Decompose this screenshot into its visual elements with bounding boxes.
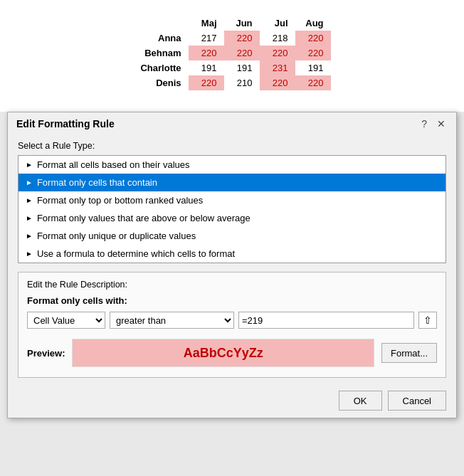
- rule-arrow-icon: ►: [26, 196, 33, 204]
- cell-value: 220: [224, 46, 260, 60]
- rule-list-item[interactable]: ►Format only top or bottom ranked values: [19, 191, 445, 209]
- rule-arrow-icon: ►: [26, 232, 33, 240]
- cell-value: 218: [260, 31, 295, 46]
- dialog-help-button[interactable]: ?: [419, 118, 429, 129]
- condition-row: Cell ValueSpecific TextDates OccurringBl…: [27, 312, 437, 329]
- preview-label: Preview:: [27, 348, 65, 359]
- cell-value: 220: [189, 46, 224, 60]
- preview-row: Preview: AaBbCcYyZz Format...: [27, 339, 437, 367]
- cell-value: 220: [189, 75, 224, 90]
- rule-item-label: Format all cells based on their values: [37, 159, 190, 170]
- data-table: Maj Jun Jul Aug Anna217220218220Behnam22…: [133, 16, 330, 90]
- rule-list-item[interactable]: ►Format all cells based on their values: [19, 156, 445, 174]
- rule-arrow-icon: ►: [26, 161, 33, 169]
- cell-value: 217: [189, 31, 224, 46]
- table-row: Charlotte191191231191: [133, 60, 330, 75]
- row-name: Charlotte: [133, 60, 188, 75]
- cell-value: 220: [295, 31, 331, 46]
- col-header-aug: Aug: [295, 16, 331, 31]
- dialog-titlebar: Edit Formatting Rule ? ✕: [8, 112, 456, 134]
- table-row: Denis220210220220: [133, 75, 330, 90]
- col-header-empty: [133, 16, 188, 31]
- condition1-select[interactable]: Cell ValueSpecific TextDates OccurringBl…: [27, 312, 105, 329]
- cell-value: 220: [224, 31, 260, 46]
- cell-value: 220: [295, 75, 331, 90]
- cell-value: 220: [295, 46, 331, 60]
- dialog-controls: ? ✕: [419, 118, 448, 129]
- edit-rule-description-section: Edit the Rule Description: Format only c…: [18, 272, 446, 378]
- select-rule-type-label: Select a Rule Type:: [18, 141, 446, 151]
- spreadsheet-area: Maj Jun Jul Aug Anna217220218220Behnam22…: [0, 0, 464, 112]
- dialog-body: Select a Rule Type: ►Format all cells ba…: [8, 134, 456, 385]
- format-button[interactable]: Format...: [381, 343, 437, 363]
- rule-type-list: ►Format all cells based on their values►…: [18, 155, 446, 263]
- dialog-close-button[interactable]: ✕: [435, 118, 448, 129]
- row-name: Behnam: [133, 46, 188, 60]
- col-header-maj: Maj: [189, 16, 224, 31]
- cell-value: 220: [260, 75, 295, 90]
- dialog-title: Edit Formatting Rule: [16, 118, 115, 129]
- rule-list-item[interactable]: ►Format only values that are above or be…: [19, 209, 445, 227]
- rule-item-label: Format only top or bottom ranked values: [37, 195, 203, 206]
- table-row: Behnam220220220220: [133, 46, 330, 60]
- value-input[interactable]: [238, 312, 414, 329]
- rule-arrow-icon: ►: [26, 214, 33, 222]
- rule-item-label: Format only unique or duplicate values: [37, 231, 196, 241]
- cell-value: 231: [260, 60, 295, 75]
- cell-value: 191: [224, 60, 260, 75]
- edit-rule-description-label: Edit the Rule Description:: [27, 280, 437, 290]
- rule-arrow-icon: ►: [26, 179, 33, 186]
- ref-button[interactable]: ⇧: [418, 312, 437, 329]
- cell-value: 210: [224, 75, 260, 90]
- dialog-footer: OK Cancel: [8, 385, 456, 418]
- cell-value: 191: [295, 60, 331, 75]
- col-header-jul: Jul: [260, 16, 295, 31]
- cell-value: 220: [260, 46, 295, 60]
- cancel-button[interactable]: Cancel: [388, 391, 446, 411]
- rule-arrow-icon: ►: [26, 250, 33, 258]
- ok-button[interactable]: OK: [339, 391, 382, 411]
- rule-list-item[interactable]: ►Format only unique or duplicate values: [19, 227, 445, 245]
- preview-box: AaBbCcYyZz: [72, 339, 374, 367]
- ref-icon: ⇧: [423, 314, 432, 326]
- rule-list-item[interactable]: ►Format only cells that contain: [19, 174, 445, 191]
- format-only-cells-with-label: Format only cells with:: [27, 295, 437, 306]
- col-header-jun: Jun: [224, 16, 260, 31]
- rule-item-label: Format only values that are above or bel…: [37, 213, 251, 223]
- preview-text: AaBbCcYyZz: [184, 346, 263, 361]
- cell-value: 191: [189, 60, 224, 75]
- rule-item-label: Format only cells that contain: [37, 177, 157, 188]
- table-row: Anna217220218220: [133, 31, 330, 46]
- row-name: Denis: [133, 75, 188, 90]
- rule-list-item[interactable]: ►Use a formula to determine which cells …: [19, 245, 445, 263]
- rule-item-label: Use a formula to determine which cells t…: [37, 248, 235, 259]
- edit-formatting-rule-dialog: Edit Formatting Rule ? ✕ Select a Rule T…: [7, 112, 457, 418]
- row-name: Anna: [133, 31, 188, 46]
- condition2-select[interactable]: betweennot betweenequal tonot equal togr…: [110, 312, 234, 329]
